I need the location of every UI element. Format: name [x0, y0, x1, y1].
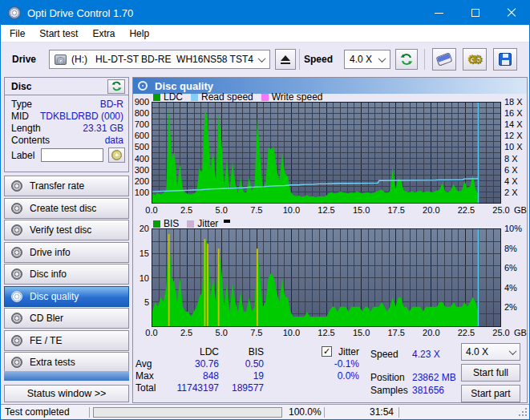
- axis-tick-label: 8 X: [504, 154, 518, 164]
- sidebar-item-label: FE / TE: [30, 335, 62, 346]
- minimize-icon: [435, 13, 443, 14]
- resize-grip[interactable]: [518, 407, 528, 417]
- settings-button[interactable]: ⚙⚙: [463, 48, 487, 71]
- bis-y-axis-left: 2015105: [133, 228, 152, 327]
- chevron-down-icon: [378, 55, 386, 63]
- speed-value: 4.0 X: [350, 54, 372, 65]
- axis-tick-label: 4 X: [504, 176, 518, 186]
- ldc-y-axis-right: 18 X16 X14 X12 X10 X8 X6 X4 X2 X: [502, 102, 528, 204]
- avg-jitter-value: -0.1%: [264, 358, 359, 370]
- axis-tick-label: 10: [140, 273, 149, 283]
- axis-tick-label: 300: [135, 165, 149, 175]
- start-part-button[interactable]: Start part: [461, 385, 520, 402]
- menu-start-test[interactable]: Start test: [32, 26, 85, 42]
- axis-tick-label: 12.5: [318, 205, 334, 215]
- maximize-button[interactable]: [457, 1, 493, 25]
- jitter-checkbox[interactable]: ✓: [322, 346, 332, 357]
- position-info-label: Position: [370, 372, 405, 383]
- start-full-button[interactable]: Start full: [461, 364, 520, 382]
- max-jitter-value: 0.0%: [264, 370, 359, 382]
- ldc-chart-legend: LDCRead speedWrite speed: [153, 92, 323, 102]
- axis-tick-label: 0.0: [145, 328, 157, 337]
- speed-select[interactable]: 4.0 X: [344, 50, 390, 69]
- disc-icon: [11, 335, 22, 346]
- axis-unit-label: GB: [514, 328, 527, 337]
- axis-tick-label: 12.5: [318, 328, 334, 337]
- axis-tick-label: 7.5: [250, 205, 262, 215]
- axis-tick-label: 5.0: [216, 205, 228, 215]
- caption-buttons: [421, 1, 529, 25]
- sidebar-item-label: Disc quality: [30, 291, 79, 302]
- sidebar-item-verify-test-disc[interactable]: Verify test disc: [4, 220, 129, 240]
- disc-info-value: data: [105, 135, 123, 146]
- axis-tick-label: 14 X: [504, 119, 523, 129]
- menu-help[interactable]: Help: [122, 26, 156, 42]
- minimize-button[interactable]: [421, 1, 457, 25]
- eject-button[interactable]: [275, 49, 296, 70]
- total-ldc-value: 11743197: [168, 382, 219, 394]
- stats-avg-row: Avg 30.76 0.50 -0.1%: [136, 357, 368, 370]
- floppy-save-icon: [499, 53, 512, 66]
- legend-swatch: [191, 94, 198, 101]
- legend-swatch: [153, 220, 160, 228]
- position-info-row: Position 23862 MB: [370, 372, 459, 383]
- disc-label-button[interactable]: [108, 147, 125, 163]
- disc-label-row: Label: [5, 146, 128, 163]
- drive-label: Drive: [12, 54, 36, 65]
- speed-info-label: Speed: [370, 349, 399, 360]
- disc-label-input[interactable]: [41, 148, 103, 162]
- axis-tick-label: 2%: [504, 302, 517, 312]
- legend-label: Jitter: [197, 218, 218, 229]
- stats-header-row: LDC BIS ✓ Jitter: [136, 345, 368, 357]
- sidebar-item-disc-quality[interactable]: Disc quality: [4, 286, 129, 307]
- disc-panel-title: Disc: [11, 81, 31, 92]
- statusbar-separator: [399, 407, 399, 418]
- disc-icon: [11, 291, 22, 302]
- elapsed-time: 31:54: [325, 406, 399, 418]
- sidebar-item-transfer-rate[interactable]: Transfer rate: [4, 176, 129, 196]
- test-speed-select[interactable]: 4.0 X: [461, 343, 520, 361]
- maximize-icon: [471, 9, 479, 17]
- axis-tick-label: 10.0: [283, 328, 300, 337]
- disc-info-value: TDKBLDRBD (000): [40, 111, 123, 122]
- legend-label: BIS: [164, 218, 179, 229]
- toolbar-separator: [299, 49, 300, 70]
- sidebar-item-disc-info[interactable]: Disc info: [4, 264, 129, 285]
- sidebar-item-cd-bler[interactable]: CD Bler: [4, 308, 129, 329]
- axis-tick-label: 16 X: [504, 108, 523, 118]
- sidebar-item-label: Extra tests: [30, 357, 75, 368]
- save-button[interactable]: [493, 48, 517, 71]
- disc-icon: [111, 150, 122, 160]
- close-button[interactable]: [493, 1, 529, 25]
- sidebar-item-drive-info[interactable]: Drive info: [4, 242, 129, 263]
- window-title: Opti Drive Control 1.70: [27, 7, 133, 19]
- refresh-icon: [400, 53, 413, 66]
- refresh-disc-button[interactable]: [107, 79, 125, 94]
- erase-disc-button[interactable]: [432, 48, 456, 71]
- disc-info-label: MID: [11, 111, 29, 122]
- app-window: Opti Drive Control 1.70 FileStart testEx…: [0, 0, 530, 420]
- sidebar-item-create-test-disc[interactable]: Create test disc: [4, 198, 129, 219]
- axis-tick-label: 6 X: [504, 165, 518, 175]
- app-disc-icon: [8, 6, 21, 19]
- sidebar-item-fe-te[interactable]: FE / TE: [4, 330, 129, 351]
- refresh-icon: [111, 81, 122, 91]
- max-bis-value: 19: [219, 370, 264, 382]
- menu-file[interactable]: File: [2, 26, 32, 42]
- axis-tick-label: 0.0: [145, 205, 157, 215]
- bis-x-axis: 0.02.55.07.510.012.515.017.520.022.525.0…: [152, 328, 501, 338]
- eject-icon: [281, 55, 290, 64]
- sidebar-item-extra-tests[interactable]: Extra tests: [4, 352, 129, 373]
- title-bar: Opti Drive Control 1.70: [1, 1, 529, 25]
- menu-extra[interactable]: Extra: [85, 26, 122, 42]
- drive-select[interactable]: (H:) HL-DT-ST BD-RE WH16NS58 TST4: [49, 50, 270, 69]
- disc-info-row: MIDTDKBLDRBD (000): [11, 110, 123, 122]
- disc-info-value: 23.31 GB: [83, 123, 123, 134]
- test-controls: 4.0 X Start full Start part: [461, 343, 520, 402]
- refresh-drives-button[interactable]: [395, 49, 418, 70]
- chevron-down-icon: [509, 347, 517, 355]
- status-window-button[interactable]: Status window >>: [4, 385, 129, 402]
- test-speed-value: 4.0 X: [466, 346, 488, 357]
- sidebar-item-label: Disc info: [30, 269, 67, 280]
- axis-tick-label: 200: [135, 176, 149, 186]
